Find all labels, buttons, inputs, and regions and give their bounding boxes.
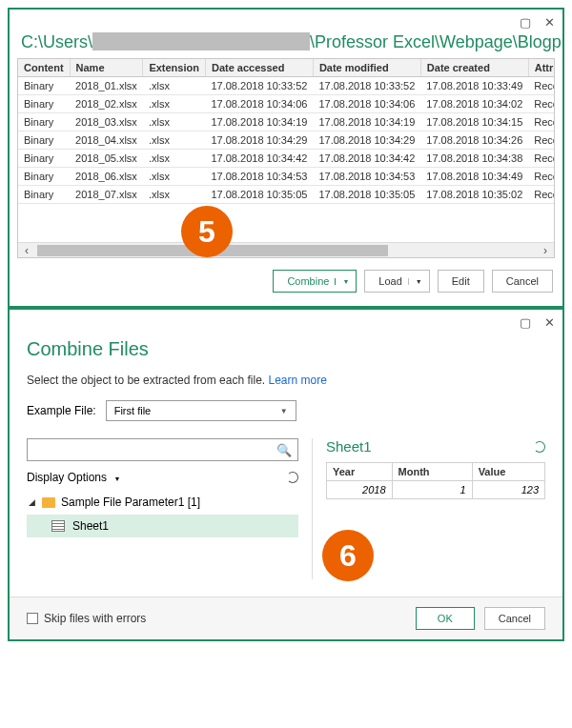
horizontal-scrollbar[interactable]: ‹ ›: [18, 242, 554, 257]
column-header[interactable]: Attributes: [528, 59, 555, 77]
file-table-wrap: ContentNameExtensionDate accessedDate mo…: [17, 58, 555, 258]
close-icon[interactable]: ✕: [544, 15, 555, 30]
dialog-title: Combine Files: [27, 338, 545, 360]
maximize-icon[interactable]: ▢: [520, 315, 531, 330]
object-tree: ◢ Sample File Parameter1 [1] Sheet1: [27, 492, 298, 537]
preview-table: Year Month Value 2018 1 123: [326, 462, 545, 499]
step-badge-6: 6: [322, 530, 374, 581]
load-button[interactable]: Load ▼: [364, 270, 429, 293]
combine-button[interactable]: Combine ▼: [273, 270, 357, 293]
edit-button[interactable]: Edit: [438, 270, 484, 293]
column-header[interactable]: Date modified: [313, 59, 420, 77]
folder-path: C:\Users\\Professor Excel\Webpage\Blogp.…: [10, 10, 562, 58]
tree-root-folder[interactable]: ◢ Sample File Parameter1 [1]: [27, 492, 298, 513]
folder-preview-dialog: ▢ ✕ C:\Users\\Professor Excel\Webpage\Bl…: [8, 8, 564, 308]
column-header[interactable]: Content: [18, 59, 70, 77]
col-value[interactable]: Value: [472, 463, 544, 481]
display-options-dropdown[interactable]: Display Options ▼: [27, 471, 120, 484]
refresh-preview-icon[interactable]: [534, 441, 545, 453]
column-header[interactable]: Extension: [143, 59, 206, 77]
col-year[interactable]: Year: [327, 463, 393, 481]
learn-more-link[interactable]: Learn more: [268, 374, 326, 387]
maximize-icon[interactable]: ▢: [520, 15, 531, 30]
chevron-down-icon: ▼: [113, 475, 120, 482]
scroll-left-icon[interactable]: ‹: [18, 244, 35, 257]
search-field[interactable]: [33, 443, 276, 456]
tree-leaf-sheet1[interactable]: Sheet1: [27, 515, 298, 537]
redacted-user-segment: [92, 32, 310, 51]
skip-errors-checkbox[interactable]: Skip files with errors: [27, 612, 146, 625]
dialog-buttons: Combine ▼ Load ▼ Edit Cancel: [10, 258, 562, 306]
cancel-button[interactable]: Cancel: [484, 607, 545, 630]
search-icon[interactable]: 🔍: [276, 443, 292, 457]
column-header[interactable]: Date created: [420, 59, 528, 77]
example-file-label: Example File:: [27, 404, 96, 417]
col-month[interactable]: Month: [392, 463, 472, 481]
preview-title: Sheet1: [326, 438, 372, 455]
worksheet-icon: [51, 520, 65, 532]
checkbox-icon[interactable]: [27, 613, 38, 624]
chevron-down-icon: ▼: [280, 407, 288, 415]
combine-files-dialog: ▢ ✕ Combine Files Select the object to b…: [8, 308, 564, 641]
dialog-subtitle: Select the object to be extracted from e…: [27, 374, 545, 387]
table-row[interactable]: Binary2018_02.xlsx.xlsx17.08.2018 10:34:…: [18, 95, 555, 113]
cancel-button[interactable]: Cancel: [492, 270, 553, 293]
step-badge-5: 5: [181, 206, 233, 257]
example-file-select[interactable]: First file ▼: [106, 400, 296, 421]
preview-pane: Sheet1 Year Month Value 2018 1 123 6: [313, 438, 545, 579]
window-controls: ▢ ✕: [510, 15, 555, 30]
search-input[interactable]: 🔍: [27, 438, 298, 461]
navigator-pane: 🔍 Display Options ▼ ◢ Sample File Parame…: [27, 438, 313, 579]
window-controls: ▢ ✕: [510, 315, 555, 330]
chevron-down-icon[interactable]: ▼: [408, 278, 429, 285]
table-row[interactable]: Binary2018_06.xlsx.xlsx17.08.2018 10:34:…: [18, 168, 555, 186]
chevron-down-icon[interactable]: ▼: [335, 278, 356, 285]
table-row[interactable]: Binary2018_01.xlsx.xlsx17.08.2018 10:33:…: [18, 77, 555, 95]
ok-button[interactable]: OK: [416, 607, 475, 630]
dialog-footer: Skip files with errors OK Cancel: [10, 597, 562, 639]
column-header[interactable]: Name: [70, 59, 143, 77]
scroll-right-icon[interactable]: ›: [537, 244, 554, 257]
refresh-icon[interactable]: [287, 472, 298, 483]
column-header[interactable]: Date accessed: [205, 59, 313, 77]
close-icon[interactable]: ✕: [544, 315, 555, 330]
table-row[interactable]: Binary2018_07.xlsx.xlsx17.08.2018 10:35:…: [18, 186, 555, 204]
table-row[interactable]: Binary2018_03.xlsx.xlsx17.08.2018 10:34:…: [18, 113, 555, 131]
table-row: 2018 1 123: [327, 481, 545, 499]
table-row[interactable]: Binary2018_04.xlsx.xlsx17.08.2018 10:34:…: [18, 131, 555, 150]
table-row[interactable]: Binary2018_05.xlsx.xlsx17.08.2018 10:34:…: [18, 150, 555, 168]
folder-icon: [42, 497, 55, 508]
file-table: ContentNameExtensionDate accessedDate mo…: [18, 59, 555, 204]
example-file-row: Example File: First file ▼: [27, 400, 545, 421]
collapse-icon[interactable]: ◢: [29, 497, 42, 507]
